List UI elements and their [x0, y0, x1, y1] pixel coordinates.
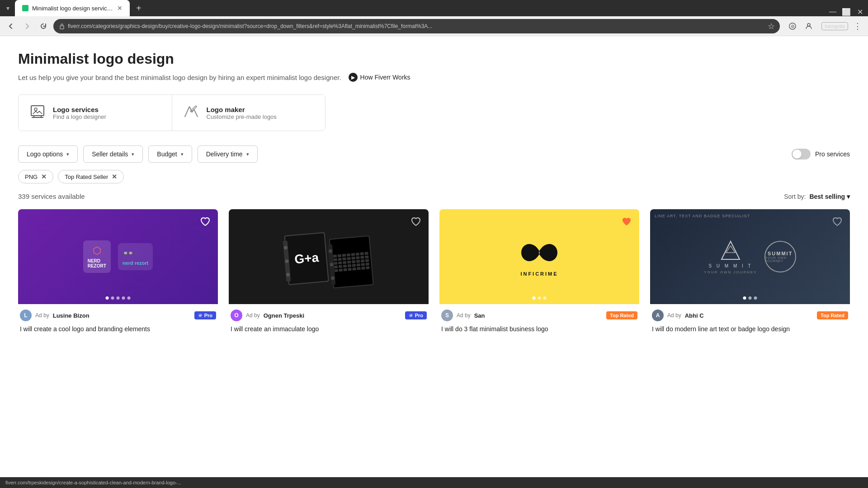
logo-services-card[interactable]: Logo services Find a logo designer [19, 95, 172, 131]
menu-dots-icon[interactable]: ⋮ [852, 21, 863, 31]
card-2-title: I will create an immaculate logo [231, 325, 427, 334]
card-3-ad-by: Ad by [457, 312, 471, 319]
logo-maker-card[interactable]: Logo maker Customize pre-made logos [172, 95, 326, 131]
card-3-image: INFICRIME [439, 209, 639, 304]
promo-cards-container: Logo services Find a logo designer Logo … [18, 94, 326, 131]
card-1-body: L Ad by Lusine Bizon Pro I will create a… [18, 304, 218, 338]
notebook-logo: G+a for(let i=0;i<40;i++)document.write(… [284, 228, 373, 285]
logo-maker-icon [183, 103, 199, 122]
card-3-avatar: S [441, 310, 453, 321]
top-rated-filter-tag[interactable]: Top Rated Seller ✕ [58, 170, 124, 183]
card-1-heart[interactable] [198, 215, 212, 229]
card-1-badge: Pro [194, 311, 216, 319]
card-4-body: A Ad by Abhi C Top Rated I will do moder… [650, 304, 850, 338]
card-1-dots [106, 296, 131, 300]
close-window-button[interactable]: ✕ [855, 7, 864, 16]
extensions-area: ⚙ Incognito ⋮ [786, 20, 863, 33]
delivery-time-filter[interactable]: Delivery time ▾ [198, 145, 258, 163]
sort-by-label: Sort by: [784, 193, 806, 200]
service-card-2[interactable]: G+a for(let i=0;i<40;i++)document.write(… [229, 209, 429, 338]
browser-top-bar: ▾ Minimalist logo design services... ✕ +… [0, 0, 868, 16]
page-subtitle-row: Let us help you give your brand the best… [18, 73, 850, 82]
tab-arrow-icon[interactable]: ▾ [4, 3, 12, 14]
card-3-seller-row: S Ad by San Top Rated [441, 310, 637, 321]
seller-details-label: Seller details [92, 150, 128, 158]
card-2-body: O Ad by Ognen Trpeski Pro I will create … [229, 304, 429, 338]
card-1-badge-label: Pro [204, 313, 212, 318]
address-text: fiverr.com/categories/graphics-design/bu… [68, 23, 765, 29]
service-card-1[interactable]: ⬡ NERDREZORT 👓 nerd rezort [18, 209, 218, 338]
results-count: 339 services available [18, 192, 85, 200]
logo-maker-title: Logo maker [207, 106, 277, 113]
png-filter-tag[interactable]: PNG ✕ [18, 170, 53, 183]
svg-marker-8 [722, 241, 740, 259]
new-tab-button[interactable]: + [132, 1, 145, 15]
pro-services-label: Pro services [815, 150, 850, 158]
card-1-background: ⬡ NERDREZORT 👓 nerd rezort [18, 209, 218, 304]
card-1-seller-row: L Ad by Lusine Bizon Pro [20, 310, 216, 321]
budget-label: Budget [157, 150, 177, 158]
card-4-avatar-img: A [652, 310, 664, 321]
how-fiverr-label: How Fiverr Works [360, 74, 410, 81]
window-controls: — ⬜ ✕ [828, 7, 864, 16]
sort-dropdown[interactable]: Best selling ▾ [809, 193, 850, 200]
pro-services-toggle[interactable] [792, 149, 811, 160]
reload-button[interactable] [37, 20, 50, 33]
pro-services-toggle-row: Pro services [792, 149, 850, 160]
sort-value: Best selling [809, 193, 845, 200]
card-2-seller-name[interactable]: Ognen Trpeski [264, 312, 304, 319]
play-icon: ▶ [349, 73, 358, 82]
extension-icon[interactable]: ⚙ [786, 20, 799, 33]
card-3-body: S Ad by San Top Rated I will do 3 flat m… [439, 304, 639, 338]
card-2-heart[interactable] [409, 215, 423, 229]
card-4-heart[interactable] [830, 215, 844, 229]
card-4-seller-name[interactable]: Abhi C [685, 312, 704, 319]
card-1-seller-name[interactable]: Lusine Bizon [53, 312, 90, 319]
filters-row: Logo options ▾ Seller details ▾ Budget ▾… [18, 145, 850, 163]
favicon [22, 5, 28, 11]
card-3-seller-name[interactable]: San [474, 312, 485, 319]
service-card-3[interactable]: INFICRIME S Ad by San [439, 209, 639, 338]
budget-filter[interactable]: Budget ▾ [148, 145, 192, 163]
active-tab[interactable]: Minimalist logo design services... ✕ [15, 0, 130, 16]
png-filter-remove[interactable]: ✕ [41, 173, 47, 180]
budget-chevron: ▾ [181, 151, 184, 157]
logo-block-1: ⬡ NERDREZORT [83, 240, 111, 273]
minimize-button[interactable]: — [828, 7, 837, 16]
logo-options-chevron: ▾ [66, 151, 69, 157]
toggle-knob [793, 150, 802, 159]
card-4-avatar: A [652, 310, 664, 321]
seller-details-chevron: ▾ [132, 151, 134, 157]
top-rated-filter-remove[interactable]: ✕ [112, 173, 117, 180]
card-3-title: I will do 3 flat minimalist business log… [441, 325, 637, 334]
profile-icon[interactable] [802, 20, 815, 33]
svg-point-5 [34, 108, 37, 111]
card-4-dots [743, 296, 757, 300]
tab-bar: ▾ Minimalist logo design services... ✕ + [4, 0, 145, 16]
card-3-heart[interactable] [619, 215, 634, 229]
lock-icon [59, 23, 65, 29]
card-3-avatar-img: S [441, 310, 453, 321]
card-4-seller-row: A Ad by Abhi C Top Rated [652, 310, 848, 321]
card-3-background: INFICRIME [439, 209, 639, 304]
star-icon[interactable] [768, 23, 774, 29]
svg-point-3 [807, 23, 810, 26]
service-card-4[interactable]: S U M M I T YOUR OWN JOURNEY SUMMIT YOUR… [650, 209, 850, 338]
maximize-button[interactable]: ⬜ [842, 7, 851, 16]
address-bar[interactable]: fiverr.com/categories/graphics-design/bu… [53, 19, 780, 33]
card-2-badge-label: Pro [415, 313, 423, 318]
line-art-badge-text: LINE ART, TEXT AND BADGE SPECIALIST [655, 214, 750, 218]
card-4-background: S U M M I T YOUR OWN JOURNEY SUMMIT YOUR… [650, 209, 850, 304]
logo-options-filter[interactable]: Logo options ▾ [18, 145, 78, 163]
seller-details-filter[interactable]: Seller details ▾ [83, 145, 143, 163]
page-title: Minimalist logo design [18, 51, 850, 67]
tab-close-button[interactable]: ✕ [117, 5, 123, 12]
card-1-avatar: L [20, 310, 32, 321]
card-3-badge-label: Top Rated [610, 313, 634, 318]
how-fiverr-works-link[interactable]: ▶ How Fiverr Works [349, 73, 410, 82]
forward-button[interactable] [21, 20, 33, 33]
card-2-background: G+a for(let i=0;i<40;i++)document.write(… [229, 209, 429, 304]
back-button[interactable] [5, 20, 17, 33]
card-2-seller-row: O Ad by Ognen Trpeski Pro [231, 310, 427, 321]
address-icons [768, 23, 774, 29]
